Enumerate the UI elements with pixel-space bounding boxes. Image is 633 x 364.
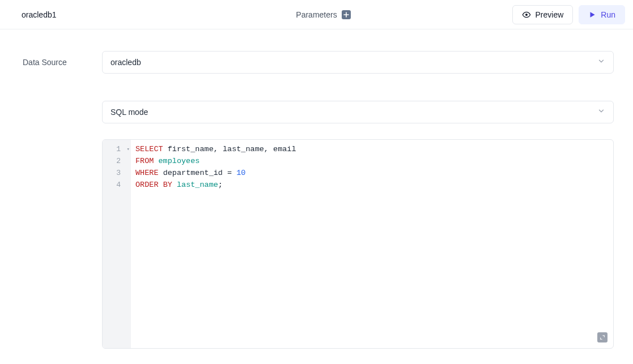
- editor-code[interactable]: SELECT first_name, last_name, emailFROM …: [131, 140, 613, 348]
- chevron-down-icon: [597, 57, 605, 67]
- code-line: FROM employees: [135, 155, 609, 167]
- parameters-group: Parameters: [296, 10, 350, 19]
- gutter-line: 2: [103, 155, 131, 167]
- action-buttons: Preview Run: [512, 5, 625, 24]
- gutter-line: 4: [103, 179, 131, 191]
- chevron-down-icon: [597, 107, 605, 117]
- form-body: Data Source oracledb SQL mode 1▾234 SELE…: [0, 29, 633, 360]
- editor-gutter: 1▾234: [103, 140, 131, 348]
- code-line: ORDER BY last_name;: [135, 179, 609, 191]
- run-button-label: Run: [601, 10, 615, 19]
- top-bar: oracledb1 Parameters Preview Run: [0, 0, 633, 29]
- expand-editor-button[interactable]: [597, 332, 607, 342]
- query-title: oracledb1: [22, 10, 296, 19]
- data-source-select[interactable]: oracledb: [102, 51, 614, 74]
- data-source-row: Data Source oracledb: [23, 51, 614, 74]
- gutter-line: 1▾: [103, 143, 131, 155]
- code-line: WHERE department_id = 10: [135, 167, 609, 179]
- fold-marker-icon[interactable]: ▾: [127, 143, 130, 155]
- preview-button-label: Preview: [536, 10, 564, 19]
- svg-point-0: [525, 14, 528, 16]
- add-parameter-button[interactable]: [342, 10, 351, 19]
- expand-icon: [600, 335, 605, 340]
- code-line: SELECT first_name, last_name, email: [135, 143, 609, 155]
- sql-editor[interactable]: 1▾234 SELECT first_name, last_name, emai…: [102, 139, 614, 349]
- data-source-value: oracledb: [111, 58, 141, 67]
- mode-row: SQL mode: [23, 101, 614, 123]
- plus-icon: [343, 12, 349, 18]
- data-source-label: Data Source: [23, 58, 70, 67]
- gutter-line: 3: [103, 167, 131, 179]
- mode-select[interactable]: SQL mode: [102, 101, 614, 123]
- play-icon: [588, 11, 596, 19]
- mode-value: SQL mode: [111, 108, 148, 117]
- preview-button[interactable]: Preview: [512, 5, 573, 24]
- run-button[interactable]: Run: [579, 5, 625, 24]
- eye-icon: [522, 10, 531, 19]
- parameters-label: Parameters: [296, 10, 337, 19]
